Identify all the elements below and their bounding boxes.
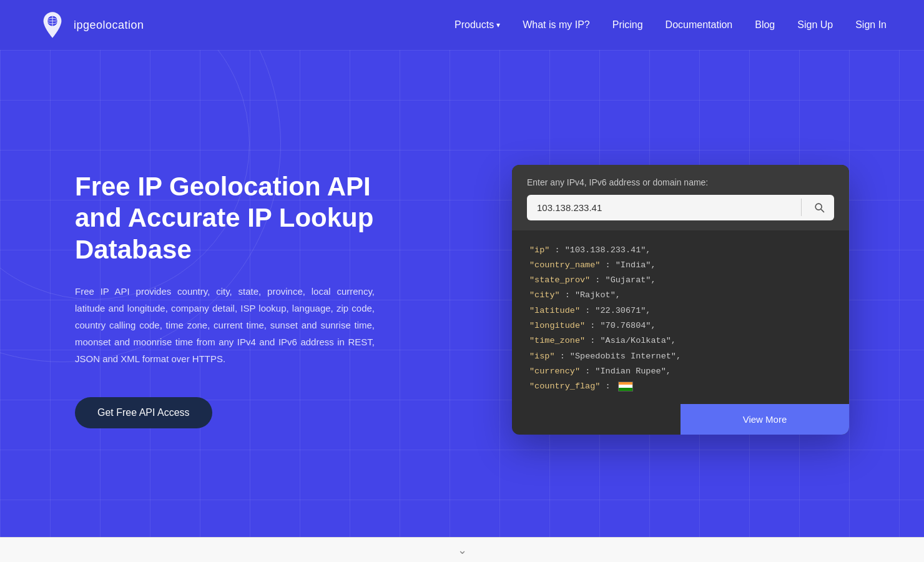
json-line-country-flag: "country_flag" :: [529, 379, 832, 394]
nav-item-what-is-my-ip[interactable]: What is my IP?: [523, 19, 590, 31]
search-input[interactable]: [527, 195, 799, 220]
json-line-currency: "currency" : "Indian Rupee",: [529, 364, 832, 379]
json-line-ip: "ip" : "103.138.233.41",: [529, 243, 832, 258]
nav-item-documentation[interactable]: Documentation: [666, 19, 733, 31]
nav-item-blog[interactable]: Blog: [755, 19, 775, 31]
search-icon: [813, 201, 825, 214]
json-line-city: "city" : "Rajkot",: [529, 288, 832, 303]
logo-icon: [37, 10, 67, 40]
cta-button[interactable]: Get Free API Access: [75, 397, 212, 428]
json-line-latitude: "latitude" : "22.30671",: [529, 303, 832, 318]
logo-area[interactable]: ipgeolocation: [37, 10, 144, 40]
api-card-label: Enter any IPv4, IPv6 address or domain n…: [527, 177, 834, 187]
view-more-area: View More: [512, 404, 849, 435]
api-card-header: Enter any IPv4, IPv6 address or domain n…: [512, 165, 849, 230]
hero-section: Free IP Geolocation API and Accurate IP …: [0, 50, 924, 537]
json-line-time-zone: "time_zone" : "Asia/Kolkata",: [529, 333, 832, 348]
json-line-state-prov: "state_prov" : "Gujarat",: [529, 273, 832, 288]
nav-item-pricing[interactable]: Pricing: [612, 19, 643, 31]
api-result: "ip" : "103.138.233.41", "country_name" …: [512, 230, 849, 405]
chevron-down-icon: ▾: [496, 21, 500, 29]
json-line-isp: "isp" : "Speedobits Internet",: [529, 349, 832, 364]
scroll-down-icon[interactable]: ⌄: [458, 543, 467, 557]
search-divider: [801, 199, 802, 216]
hero-title: Free IP Geolocation API and Accurate IP …: [75, 171, 375, 265]
india-flag: [618, 382, 633, 392]
json-line-longitude: "longitude" : "70.76804",: [529, 318, 832, 333]
nav-item-sign-in[interactable]: Sign In: [855, 19, 887, 31]
search-bar: [527, 195, 834, 220]
logo-text: ipgeolocation: [74, 19, 144, 32]
hero-left: Free IP Geolocation API and Accurate IP …: [75, 171, 375, 428]
json-line-country-name: "country_name" : "India",: [529, 258, 832, 273]
nav-links: Products ▾ What is my IP? Pricing Docume…: [455, 19, 887, 31]
nav-item-sign-up[interactable]: Sign Up: [797, 19, 833, 31]
nav-item-products[interactable]: Products ▾: [455, 19, 500, 31]
api-card: Enter any IPv4, IPv6 address or domain n…: [512, 165, 849, 435]
hero-content: Free IP Geolocation API and Accurate IP …: [0, 50, 924, 537]
bottom-bar: ⌄: [0, 537, 924, 562]
search-button[interactable]: [804, 195, 834, 220]
hero-description: Free IP API provides country, city, stat…: [75, 283, 375, 367]
view-more-button[interactable]: View More: [681, 404, 849, 435]
navbar: ipgeolocation Products ▾ What is my IP? …: [0, 0, 924, 50]
